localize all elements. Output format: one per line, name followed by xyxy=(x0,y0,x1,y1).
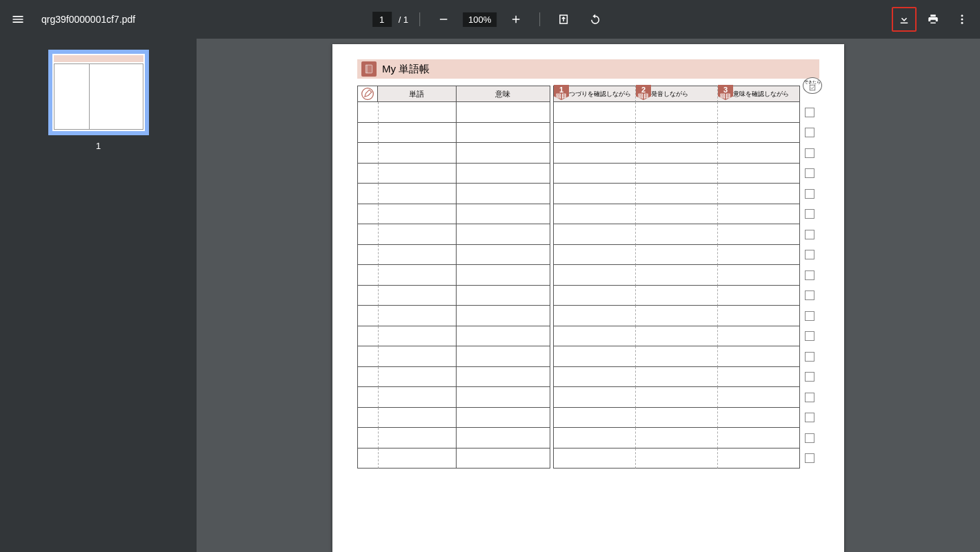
attempt1-cell xyxy=(553,286,635,306)
practice-row xyxy=(553,448,800,469)
attempt3-cell xyxy=(717,408,800,428)
pdf-viewer[interactable]: My 単語帳 単語 意味 1回目つづりを確認しながら2回目発音しながら3回目意味… xyxy=(197,39,980,552)
vocab-row xyxy=(357,346,550,367)
svg-rect-0 xyxy=(560,15,568,23)
zoom-level[interactable]: 100% xyxy=(463,12,497,27)
attempt-badge: 2回目 xyxy=(636,85,651,100)
rotate-button[interactable] xyxy=(583,7,608,32)
attempt2-cell xyxy=(635,428,717,448)
zoom-out-button[interactable] xyxy=(431,7,456,32)
menu-icon[interactable] xyxy=(6,7,30,32)
row-num-cell xyxy=(357,326,378,347)
practice-header-label: 発音しながら xyxy=(651,90,688,99)
check-row xyxy=(803,204,817,225)
check-row xyxy=(803,428,817,448)
attempt1-cell xyxy=(553,448,635,469)
attempt2-cell xyxy=(635,143,717,164)
word-cell xyxy=(378,102,456,123)
row-checkbox[interactable] xyxy=(805,331,814,341)
vocab-row xyxy=(357,408,550,428)
row-num-cell xyxy=(357,143,378,164)
attempt2-cell xyxy=(635,184,717,204)
attempt1-cell xyxy=(553,184,635,204)
practice-header: 2回目発音しながら xyxy=(636,86,718,102)
check-row xyxy=(803,245,817,266)
check-row xyxy=(803,448,817,469)
svg-point-2 xyxy=(961,19,963,21)
print-button[interactable] xyxy=(921,7,946,32)
meaning-cell xyxy=(456,143,550,164)
attempt2-cell xyxy=(635,123,717,144)
page-number-input[interactable] xyxy=(372,12,392,27)
check-row xyxy=(803,346,817,367)
row-checkbox[interactable] xyxy=(805,230,814,239)
row-checkbox[interactable] xyxy=(805,352,814,362)
row-checkbox[interactable] xyxy=(805,250,814,259)
meaning-cell xyxy=(456,245,550,266)
vocab-row xyxy=(357,224,550,245)
meaning-cell xyxy=(456,448,550,469)
row-checkbox[interactable] xyxy=(805,209,814,219)
practice-row xyxy=(553,387,800,408)
meaning-cell xyxy=(456,204,550,225)
attempt1-cell xyxy=(553,306,635,326)
word-cell xyxy=(378,204,456,225)
meaning-cell xyxy=(456,224,550,245)
check-row xyxy=(803,224,817,245)
row-checkbox[interactable] xyxy=(805,108,814,117)
row-checkbox[interactable] xyxy=(805,372,814,382)
download-button[interactable] xyxy=(892,7,917,32)
practice-row xyxy=(553,245,800,266)
zoom-in-button[interactable] xyxy=(503,7,528,32)
attempt1-cell xyxy=(553,346,635,367)
attempt1-cell xyxy=(553,102,635,123)
meaning-cell xyxy=(456,102,550,123)
attempt1-cell xyxy=(553,408,635,428)
row-checkbox[interactable] xyxy=(805,413,814,422)
page-thumbnail[interactable] xyxy=(48,50,149,135)
practice-row xyxy=(553,164,800,184)
row-checkbox[interactable] xyxy=(805,290,814,300)
meaning-cell xyxy=(456,326,550,347)
row-checkbox[interactable] xyxy=(805,311,814,321)
fit-page-button[interactable] xyxy=(551,7,576,32)
practice-row xyxy=(553,326,800,347)
check-row xyxy=(803,164,817,184)
row-checkbox[interactable] xyxy=(805,189,814,199)
attempt1-cell xyxy=(553,265,635,286)
practice-row xyxy=(553,428,800,448)
meaning-cell xyxy=(456,265,550,286)
meaning-cell xyxy=(456,408,550,428)
attempt1-cell xyxy=(553,428,635,448)
word-cell xyxy=(378,387,456,408)
row-checkbox[interactable] xyxy=(805,393,814,402)
worksheet-title: My 単語帳 xyxy=(382,63,430,76)
attempt1-cell xyxy=(553,164,635,184)
word-cell xyxy=(378,123,456,144)
check-row xyxy=(803,408,817,428)
check-row xyxy=(803,367,817,388)
attempt2-cell xyxy=(635,346,717,367)
check-row xyxy=(803,265,817,286)
practice-header: 3回目意味を確認しながら xyxy=(718,86,800,102)
more-menu-button[interactable] xyxy=(950,7,974,32)
practice-header: 1回目つづりを確認しながら xyxy=(553,86,636,102)
row-checkbox[interactable] xyxy=(805,433,814,443)
word-cell xyxy=(378,224,456,245)
meaning-cell xyxy=(456,184,550,204)
vocab-row xyxy=(357,102,550,123)
attempt2-cell xyxy=(635,204,717,225)
row-checkbox[interactable] xyxy=(805,128,814,137)
row-checkbox[interactable] xyxy=(805,168,814,178)
file-name: qrg39f0000001cf7.pdf xyxy=(41,14,135,25)
vocab-row xyxy=(357,184,550,204)
row-checkbox[interactable] xyxy=(805,453,814,463)
pdf-toolbar: qrg39f0000001cf7.pdf / 1 100% xyxy=(0,0,980,39)
row-checkbox[interactable] xyxy=(805,148,814,158)
attempt3-cell xyxy=(717,286,800,306)
row-num-cell xyxy=(357,164,378,184)
attempt2-cell xyxy=(635,367,717,388)
attempt-badge: 1回目 xyxy=(554,85,569,100)
row-checkbox[interactable] xyxy=(805,270,814,280)
practice-header-label: つづりを確認しながら xyxy=(569,90,631,99)
